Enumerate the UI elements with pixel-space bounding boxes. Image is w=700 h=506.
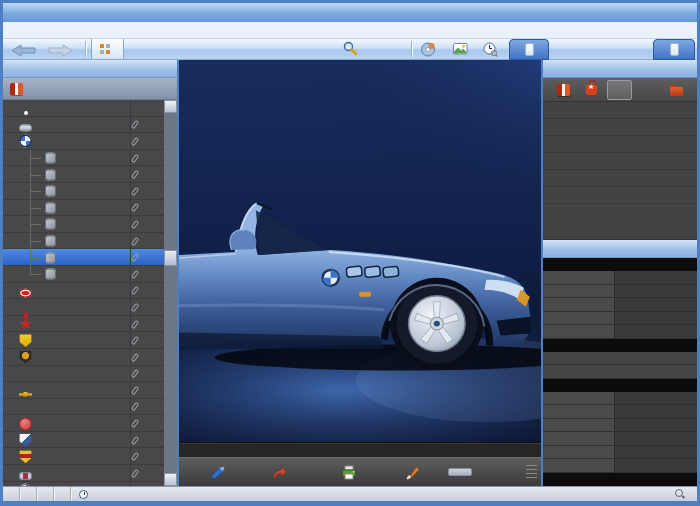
- scroll-down-icon[interactable]: [164, 473, 177, 486]
- category-item-bugatti[interactable]: [3, 283, 164, 300]
- category-item-ferrari[interactable]: [3, 332, 164, 349]
- menu-help[interactable]: [77, 29, 91, 31]
- property-row-date[interactable]: [543, 312, 697, 326]
- quick-edit-value[interactable]: [615, 298, 697, 312]
- rating-stars-value[interactable]: [615, 271, 697, 285]
- caption-value[interactable]: [615, 285, 697, 299]
- toggle-right-panel-button[interactable]: [509, 39, 549, 60]
- rating-row-1-star[interactable]: [543, 170, 697, 187]
- share-button[interactable]: [263, 462, 305, 483]
- categories-tree: [3, 100, 177, 486]
- category-item-show-all[interactable]: [3, 100, 164, 117]
- locate-by-rating-button[interactable]: [607, 80, 632, 100]
- rating-row-4-stars[interactable]: [543, 119, 697, 136]
- category-item-porshe[interactable]: [3, 448, 164, 465]
- edit-button[interactable]: [397, 462, 434, 483]
- property-row-assign-category[interactable]: [543, 365, 697, 379]
- clock-icon: [79, 490, 88, 499]
- paperclip-icon: [131, 269, 140, 279]
- category-item-bmw-7[interactable]: [3, 183, 164, 200]
- subcategory-icon: [45, 269, 56, 280]
- toolbar-grip[interactable]: [526, 465, 537, 479]
- size-value: [615, 419, 697, 433]
- print-button[interactable]: [333, 462, 371, 483]
- category-item-bmw-m[interactable]: [3, 216, 164, 233]
- categories-panel: [3, 60, 179, 486]
- search-button[interactable]: [343, 41, 362, 56]
- properties-panel: [543, 258, 697, 486]
- property-row-quick-edit[interactable]: [543, 298, 697, 312]
- menu-tools[interactable]: [49, 29, 63, 31]
- back-button[interactable]: [11, 43, 37, 61]
- category-item-chevrolet[interactable]: [3, 382, 164, 399]
- scrollbar-thumb[interactable]: [164, 250, 177, 266]
- forward-button[interactable]: [47, 43, 73, 61]
- menu-suggest[interactable]: [91, 29, 105, 31]
- locate-by-folder-button[interactable]: [664, 80, 689, 100]
- menu-edit[interactable]: [21, 29, 35, 31]
- burn-cd-icon[interactable]: [421, 42, 436, 61]
- property-row-caption[interactable]: [543, 285, 697, 299]
- date-value: [615, 312, 697, 326]
- category-item-bmw-z-selected[interactable]: [3, 249, 164, 266]
- category-item-bmw-x5[interactable]: [3, 233, 164, 250]
- photo-viewport[interactable]: [179, 60, 541, 443]
- category-item-bmw-concept[interactable]: [3, 200, 164, 217]
- menu-view[interactable]: [35, 29, 49, 31]
- paperclip-icon: [131, 386, 140, 396]
- category-item-audi[interactable]: [3, 117, 164, 134]
- right-sidebar: [541, 60, 697, 486]
- timeline-clock-icon[interactable]: [483, 42, 498, 61]
- section-header-categories[interactable]: [543, 339, 697, 352]
- rating-row-3-stars[interactable]: [543, 136, 697, 153]
- locate-by-edited-button[interactable]: [636, 80, 661, 100]
- category-item-mazeratti[interactable]: [3, 299, 164, 316]
- paperclip-icon: [131, 253, 140, 263]
- new-category-icon[interactable]: [10, 83, 23, 95]
- property-row-size[interactable]: [543, 419, 697, 433]
- locate-by-keyword-button[interactable]: [579, 80, 604, 100]
- paperclip-icon: [131, 203, 140, 213]
- toggle-side-panel-button[interactable]: [653, 39, 695, 60]
- menu-file[interactable]: [7, 29, 21, 31]
- category-item-lamborghini[interactable]: [3, 349, 164, 366]
- properties-header[interactable]: [543, 240, 697, 258]
- category-item-bmw[interactable]: [3, 133, 164, 150]
- category-item-bmw-z9[interactable]: [3, 266, 164, 283]
- category-item-bmw-3[interactable]: [3, 150, 164, 167]
- rating-row-2-stars[interactable]: [543, 153, 697, 170]
- category-item-opel[interactable]: [3, 399, 164, 416]
- title-bar[interactable]: [3, 3, 697, 22]
- category-item-other[interactable]: [3, 415, 164, 432]
- rating-row-not-rated[interactable]: [543, 187, 697, 204]
- tree-scrollbar[interactable]: [164, 100, 177, 486]
- property-row-print-size[interactable]: [543, 432, 697, 446]
- category-item-mersedes-benz[interactable]: [3, 366, 164, 383]
- property-row-imported-date[interactable]: [543, 325, 697, 339]
- categories-header[interactable]: [3, 60, 177, 78]
- add-images-button[interactable]: [201, 462, 239, 483]
- category-item-bmw-5[interactable]: [3, 166, 164, 183]
- rating-row-5-stars[interactable]: [543, 102, 697, 119]
- property-row-rating[interactable]: [543, 271, 697, 285]
- property-row-created-date[interactable]: [543, 446, 697, 460]
- keyword-tag-icon: [586, 84, 597, 95]
- category-item-dodge[interactable]: [3, 316, 164, 333]
- category-item-peugeot[interactable]: [3, 432, 164, 449]
- property-row-file-name[interactable]: [543, 392, 697, 406]
- locate-by-date-button[interactable]: [551, 80, 576, 100]
- section-header-file[interactable]: [543, 379, 697, 392]
- menu-window[interactable]: [63, 29, 77, 31]
- category-item-alfa-romeo[interactable]: [3, 482, 164, 486]
- property-row-location[interactable]: [543, 405, 697, 419]
- slideshow-icon[interactable]: [453, 42, 468, 60]
- locate-by-header[interactable]: [543, 60, 697, 78]
- section-header-exif[interactable]: [543, 473, 697, 486]
- category-item-cadillac[interactable]: [3, 465, 164, 482]
- section-header-general[interactable]: [543, 258, 697, 271]
- scroll-up-icon[interactable]: [164, 100, 177, 113]
- browse-button[interactable]: [91, 39, 124, 60]
- property-row-modified-date[interactable]: [543, 459, 697, 473]
- info-button[interactable]: [448, 468, 472, 476]
- property-row-assigned-category[interactable]: [543, 352, 697, 366]
